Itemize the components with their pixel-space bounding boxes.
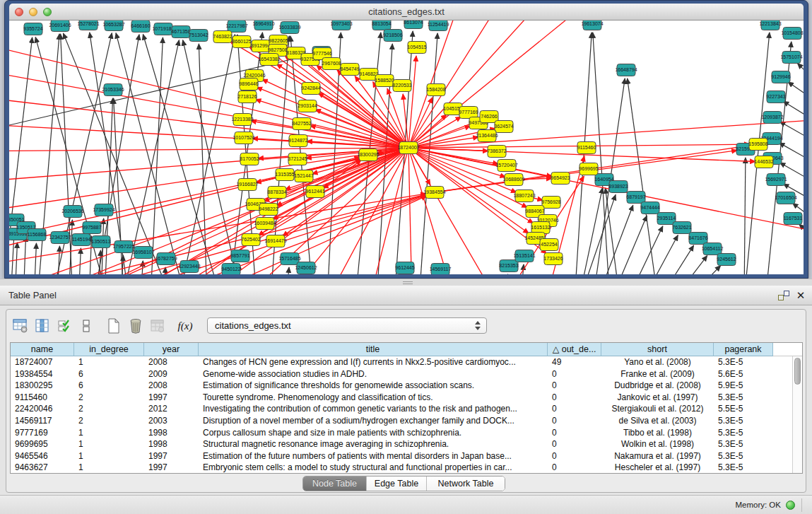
network-node[interactable]: 9245612: [717, 254, 736, 266]
network-node[interactable]: 1145194: [72, 234, 91, 246]
tab-node-table[interactable]: Node Table: [303, 477, 367, 491]
network-node[interactable]: 16958107: [132, 247, 154, 259]
network-node[interactable]: 16782759: [155, 253, 177, 265]
network-node[interactable]: 16543382: [258, 54, 280, 66]
network-node[interactable]: 9124872: [288, 135, 307, 147]
network-node[interactable]: 9115460: [577, 142, 596, 154]
network-node[interactable]: 8427552: [292, 118, 311, 130]
import-table-button[interactable]: [148, 317, 167, 335]
network-node[interactable]: 10653287: [102, 21, 124, 31]
network-node[interactable]: 10973403: [330, 21, 352, 30]
table-row[interactable]: 977716911998Corpus callosum shape and si…: [11, 427, 792, 439]
network-node[interactable]: 1054515: [407, 42, 426, 54]
table-row[interactable]: 911546021997Tourette syndrome. Phenomeno…: [11, 392, 792, 404]
network-node[interactable]: 9474444: [640, 202, 659, 214]
network-node[interactable]: 1584208: [426, 84, 445, 96]
table-selector-dropdown[interactable]: citations_edges.txt: [207, 317, 487, 334]
network-node[interactable]: 7625402: [241, 234, 260, 246]
select-rows-button[interactable]: [54, 317, 74, 335]
network-node[interactable]: 1615132: [531, 222, 550, 234]
network-node[interactable]: 12923448: [178, 261, 200, 273]
column-header-year[interactable]: year: [144, 343, 199, 356]
network-node[interactable]: 8220533: [392, 80, 411, 92]
close-panel-icon[interactable]: ✕: [795, 289, 806, 302]
network-node[interactable]: 16033839: [278, 22, 300, 34]
network-node[interactable]: 9654923: [551, 173, 570, 185]
network-node[interactable]: 9896446: [239, 78, 258, 90]
network-node[interactable]: 18300295: [357, 149, 379, 161]
table-row[interactable]: 1872400712008Changes of HCN gene express…: [11, 356, 792, 368]
network-node[interactable]: 8613074: [404, 21, 423, 29]
network-node[interactable]: 1595808: [748, 139, 767, 151]
network-node[interactable]: 1521447: [294, 170, 313, 182]
table-row[interactable]: 946362711997Embryonic stem cells: a mode…: [11, 462, 792, 473]
network-window-titlebar[interactable]: citations_edges.txt: [9, 4, 804, 21]
column-header-title[interactable]: title: [199, 343, 548, 356]
network-node[interactable]: 9857791: [230, 250, 249, 262]
network-node[interactable]: 21364486: [476, 130, 498, 142]
network-node[interactable]: 15692971: [765, 174, 787, 186]
table-row[interactable]: 946554611997Estimation of the future num…: [11, 450, 792, 462]
network-node[interactable]: 9450122: [221, 264, 240, 275]
column-header-short[interactable]: short: [601, 343, 714, 356]
network-node[interactable]: 10154808: [781, 28, 803, 40]
network-node[interactable]: 1350513: [91, 236, 110, 248]
network-node[interactable]: 12093872: [761, 112, 783, 124]
network-node[interactable]: 9355724: [23, 23, 42, 35]
network-node[interactable]: 19613074: [581, 21, 603, 30]
network-node[interactable]: 452254: [540, 239, 558, 251]
network-node[interactable]: 7513042: [189, 30, 208, 42]
network-node[interactable]: 9129946: [771, 71, 790, 83]
network-node[interactable]: 18807243: [513, 190, 535, 202]
new-column-button[interactable]: [104, 317, 124, 335]
network-node[interactable]: 1446532: [754, 156, 773, 168]
network-node[interactable]: 9498222: [259, 204, 278, 216]
network-node[interactable]: 16648794: [615, 64, 637, 76]
network-node[interactable]: 19384554: [423, 187, 445, 199]
network-canvas[interactable]: 9355724206914061527802110653287646616010…: [9, 21, 804, 274]
network-node[interactable]: 9699695: [579, 163, 598, 175]
network-node[interactable]: 1588520: [375, 75, 394, 87]
network-node[interactable]: 16039484: [254, 218, 276, 230]
network-node[interactable]: 9612441: [305, 186, 324, 198]
table-row[interactable]: 1938455462009Genome-wide association stu…: [11, 368, 792, 380]
network-node[interactable]: 15135141: [513, 250, 535, 262]
network-node[interactable]: 15751074: [780, 52, 802, 64]
network-node[interactable]: 10107524: [233, 132, 254, 144]
table-row[interactable]: 1830029562008Estimation of significance …: [11, 380, 792, 392]
network-node[interactable]: 9975887: [82, 222, 101, 234]
network-node[interactable]: 18724007: [397, 142, 419, 154]
column-header-pagerank[interactable]: pagerank: [714, 343, 773, 356]
network-node[interactable]: 16914479: [264, 235, 286, 247]
network-node[interactable]: 3721245: [288, 153, 307, 165]
delete-column-button[interactable]: [126, 317, 146, 335]
network-node[interactable]: 8878334: [267, 187, 286, 199]
network-node[interactable]: 14569117: [430, 264, 452, 275]
network-node[interactable]: 17359924: [93, 204, 114, 216]
network-node[interactable]: 12213383: [231, 114, 253, 126]
network-node[interactable]: 10688609: [502, 174, 524, 186]
table-row[interactable]: 2242004622012Investigating the contribut…: [11, 403, 792, 415]
network-node[interactable]: 17957225: [112, 241, 134, 253]
network-node[interactable]: 9612445: [395, 262, 414, 274]
network-node[interactable]: 11254419: [428, 21, 449, 31]
network-node[interactable]: 16964910: [252, 21, 274, 30]
column-header-in-degree[interactable]: in_degree: [74, 343, 144, 356]
network-node[interactable]: 1315355: [275, 169, 294, 181]
network-node[interactable]: 15278021: [77, 21, 99, 30]
network-node[interactable]: 21053346: [102, 84, 124, 96]
network-node[interactable]: 8938923: [608, 181, 628, 193]
float-panel-icon[interactable]: [778, 291, 789, 300]
network-node[interactable]: 8170052: [240, 153, 259, 165]
tab-network-table[interactable]: Network Table: [427, 477, 505, 491]
network-node[interactable]: 12342757: [49, 232, 71, 244]
table-row[interactable]: 969969511998Structural magnetic resonanc…: [11, 438, 792, 450]
network-node[interactable]: 17016504: [775, 192, 796, 204]
network-node[interactable]: 20691406: [49, 21, 71, 32]
network-node[interactable]: 9756928: [541, 197, 560, 209]
network-node[interactable]: 9227343: [766, 91, 785, 103]
network-node[interactable]: 15720407: [495, 160, 517, 172]
row-height-button[interactable]: [76, 317, 96, 335]
function-builder-button[interactable]: f(x): [175, 317, 195, 335]
network-node[interactable]: 6466160: [131, 21, 150, 33]
